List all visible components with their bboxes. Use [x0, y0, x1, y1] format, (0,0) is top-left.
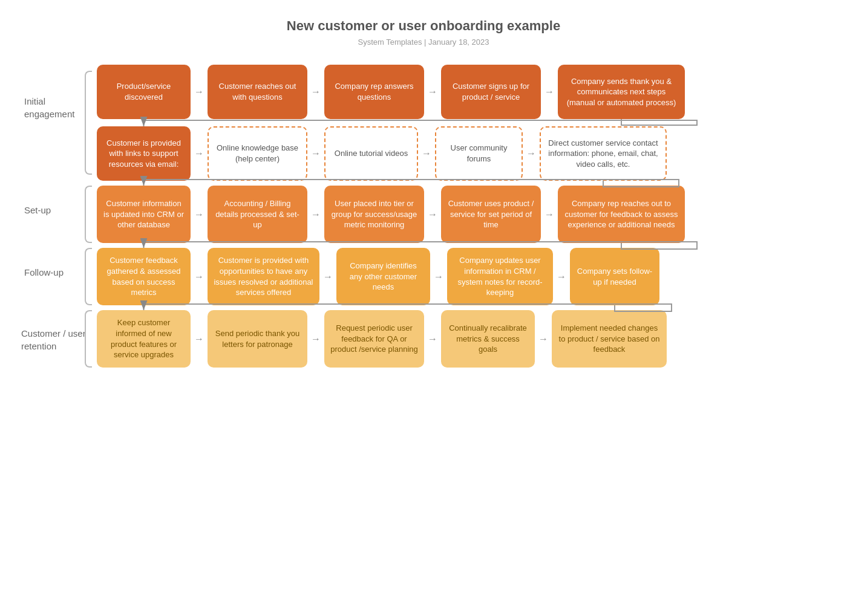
arrow-1-2: →	[191, 86, 208, 97]
arrow-r2-4: →	[523, 148, 540, 159]
arrow-r1: →	[191, 334, 208, 345]
arrow-2-3: →	[307, 86, 324, 97]
box-community-forums: User community forums	[435, 126, 523, 181]
box-customer-reaches-out: Customer reaches out with questions	[208, 65, 307, 119]
section-retention: Customer / userretention Keep customer i…	[97, 310, 829, 368]
box-request-feedback: Request periodic user feedback for QA or…	[324, 310, 424, 368]
arrow-r2-2: →	[307, 148, 324, 159]
box-billing: Accounting / Billing details processed &…	[208, 186, 307, 243]
box-direct-contact: Direct customer service contact informat…	[540, 126, 667, 181]
arrow-s3: →	[424, 209, 441, 220]
box-company-rep-answers: Company rep answers questions	[324, 65, 424, 119]
arrow-s2: →	[307, 209, 324, 220]
box-recalibrate: Continually recalibrate metrics & succes…	[441, 310, 535, 368]
diagram: Initialengagement Product/service discov…	[18, 65, 829, 368]
box-updates-crm: Company updates user information in CRM …	[447, 248, 553, 305]
box-identifies-needs: Company identifies any other customer ne…	[336, 248, 430, 305]
page-title: New customer or user onboarding example	[12, 18, 835, 34]
row-retention: Keep customer informed of new product fe…	[97, 310, 829, 368]
brace-initial	[85, 71, 92, 175]
brace-followup	[85, 248, 92, 305]
arrow-f1: →	[191, 271, 208, 282]
arrow-s4: →	[541, 209, 558, 220]
box-tutorial-videos: Online tutorial videos	[324, 126, 418, 181]
box-issues-resolved: Customer is provided with opportunities …	[208, 248, 319, 305]
box-rep-reaches-out: Company rep reaches out to customer for …	[558, 186, 685, 243]
header: New customer or user onboarding example …	[12, 18, 835, 47]
arrow-f2: →	[319, 271, 336, 282]
box-company-sends-thanks: Company sends thank you & communicates n…	[558, 65, 685, 119]
box-customer-signs-up: Customer signs up for product / service	[441, 65, 541, 119]
brace-retention	[85, 310, 92, 368]
row-initial-2: Customer is provided with links to suppo…	[97, 126, 829, 181]
section-setup: Set-up Customer information is updated i…	[97, 186, 829, 243]
box-crm-update: Customer information is updated into CRM…	[97, 186, 191, 243]
section-label-followup: Follow-up	[24, 266, 85, 279]
row-followup: Customer feedback gathered & assessed ba…	[97, 248, 829, 305]
box-sets-followup: Company sets follow-up if needed	[570, 248, 659, 305]
section-label-initial: Initialengagement	[24, 95, 85, 120]
box-customer-uses: Customer uses product / service for set …	[441, 186, 541, 243]
arrow-r4: →	[535, 334, 552, 345]
arrow-r3: →	[424, 334, 441, 345]
section-label-setup: Set-up	[24, 204, 85, 216]
arrow-s1: →	[191, 209, 208, 220]
section-initial-engagement: Initialengagement Product/service discov…	[97, 65, 829, 181]
brace-setup	[85, 186, 92, 243]
arrow-4-5: →	[541, 86, 558, 97]
box-thank-you-letters: Send periodic thank you letters for patr…	[208, 310, 307, 368]
arrow-3-4: →	[424, 86, 441, 97]
box-tier-group: User placed into tier or group for succe…	[324, 186, 424, 243]
page-container: New customer or user onboarding example …	[0, 0, 847, 397]
arrow-r2-3: →	[418, 148, 435, 159]
row-initial-1: Product/service discovered → Customer re…	[97, 65, 829, 119]
box-knowledge-base: Online knowledge base (help center)	[208, 126, 307, 181]
box-provided-links: Customer is provided with links to suppo…	[97, 126, 191, 181]
arrow-f3: →	[430, 271, 447, 282]
arrow-r2: →	[307, 334, 324, 345]
box-feedback-gathered: Customer feedback gathered & assessed ba…	[97, 248, 191, 305]
arrow-r2-1: →	[191, 148, 208, 159]
section-label-retention: Customer / userretention	[21, 327, 88, 352]
page-subtitle: System Templates | January 18, 2023	[12, 37, 835, 47]
box-implement-changes: Implement needed changes to product / se…	[552, 310, 667, 368]
row-setup: Customer information is updated into CRM…	[97, 186, 829, 243]
box-product-discovered: Product/service discovered	[97, 65, 191, 119]
arrow-f4: →	[553, 271, 570, 282]
section-followup: Follow-up Customer feedback gathered & a…	[97, 248, 829, 305]
box-keep-informed: Keep customer informed of new product fe…	[97, 310, 191, 368]
